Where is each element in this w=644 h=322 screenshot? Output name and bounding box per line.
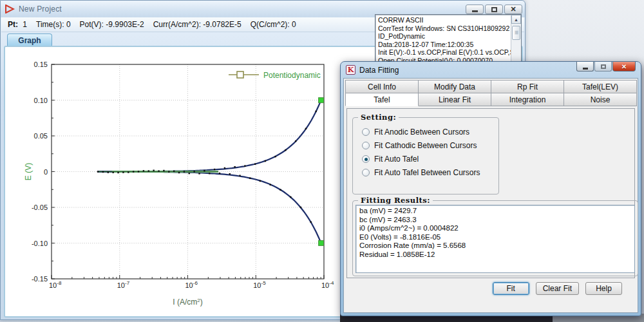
svg-text:I (A/cm2): I (A/cm2)	[173, 298, 202, 307]
svg-text:0.05: 0.05	[34, 132, 48, 140]
svg-text:0.10: 0.10	[34, 97, 48, 104]
svg-text:-0.10: -0.10	[32, 240, 48, 247]
radio-fit-auto-tafel-cursors[interactable]: Fit Auto Tafel Between Cursors	[362, 167, 480, 178]
status-field: Q(C/cm^2): 0	[251, 20, 296, 29]
result-line: E0 (Volts) = -8.1816E-05	[359, 233, 634, 242]
svg-text:10-7: 10-7	[117, 280, 130, 289]
result-line: ba (mV) = 2429.7	[359, 207, 634, 216]
tab-graph[interactable]: Graph	[7, 33, 52, 46]
status-field: Pt: 1	[8, 20, 27, 29]
scroll-up-button[interactable]: ▲	[511, 15, 521, 24]
window-title: New Project	[19, 5, 62, 14]
close-icon: ✕	[510, 6, 516, 13]
tab-modify-data[interactable]: Modify Data	[418, 80, 491, 93]
ascii-output-panel[interactable]: CORRW ASCIICorrTest for Windows: SN CS31…	[375, 14, 522, 62]
svg-text:0.15: 0.15	[34, 61, 48, 68]
status-field: Time(s): 0	[36, 20, 71, 29]
svg-text:Potentiodynamic: Potentiodynamic	[263, 71, 321, 80]
svg-text:-0.05: -0.05	[32, 204, 48, 211]
radio-checked-icon	[362, 155, 370, 163]
dialog-tabs: Cell Info Modify Data Rp Fit Tafel(LEV) …	[345, 80, 636, 106]
ascii-line: Data:2018-12-07 Time:12:00:35	[378, 41, 510, 49]
svg-text:10-6: 10-6	[185, 280, 198, 289]
radio-fit-auto-tafel[interactable]: Fit Auto Tafel	[362, 154, 419, 164]
dialog-maximize-button[interactable]	[594, 62, 612, 71]
fitting-results-groupbox: Fitting Results: ba (mV) = 2429.7bc (mV)…	[352, 200, 638, 276]
radio-icon	[362, 142, 370, 149]
setting-group-label: Setting:	[358, 113, 399, 122]
dialog-content: Cell Info Modify Data Rp Fit Tafel(LEV) …	[343, 78, 638, 313]
fit-button[interactable]: Fit	[493, 282, 529, 295]
svg-text:E (V): E (V)	[24, 163, 33, 180]
ascii-scrollbar[interactable]: ▲ ☰	[511, 15, 521, 61]
result-line: Corrosion Rate (mm/a) = 5.6568	[359, 242, 634, 251]
result-line: bc (mV) = 2463.3	[359, 216, 634, 225]
app-icon	[5, 5, 15, 14]
dialog-button-row: Fit Clear Fit Help	[493, 282, 622, 295]
radio-fit-anodic[interactable]: Fit Anodic Between Cursors	[362, 127, 469, 137]
ascii-line: CorrTest for Windows: SN CS310H1809292	[378, 24, 510, 33]
fitting-results-box[interactable]: ba (mV) = 2429.7bc (mV) = 2463.3i0 (Amps…	[355, 205, 635, 273]
ascii-line: Init E(V):-0.1 vs.OCP,Final E(V):0.1 vs.…	[378, 48, 510, 57]
maximize-button[interactable]	[485, 5, 503, 14]
maximize-icon	[491, 7, 497, 12]
setting-groupbox: Setting: Fit Anodic Between Cursors Fit …	[352, 117, 499, 194]
dialog-minimize-button[interactable]	[576, 62, 594, 71]
close-button[interactable]: ✕	[504, 5, 522, 14]
tab-cell-info[interactable]: Cell Info	[345, 80, 419, 93]
radio-icon	[362, 169, 370, 176]
ascii-line: CORRW ASCII	[378, 16, 510, 24]
svg-text:10-4: 10-4	[321, 280, 334, 289]
dialog-minimize-icon	[583, 68, 588, 70]
svg-text:0: 0	[44, 168, 48, 176]
dialog-close-button[interactable]: ✕	[612, 62, 636, 71]
radio-icon	[362, 128, 370, 136]
fitting-results-label: Fitting Results:	[358, 196, 433, 205]
dialog-close-icon: ✕	[621, 63, 627, 70]
tab-tafel-lev[interactable]: Tafel(LEV)	[564, 80, 637, 93]
grip-icon: ☰	[515, 30, 518, 35]
minimize-icon	[472, 10, 478, 12]
dialog-titlebar[interactable]: K Data Fitting ✕	[341, 62, 641, 78]
tab-rp-fit[interactable]: Rp Fit	[491, 80, 564, 93]
tafel-tab-page: Setting: Fit Anodic Between Cursors Fit …	[346, 108, 635, 278]
radio-fit-cathodic[interactable]: Fit Cathodic Between Cursors	[362, 140, 477, 151]
tab-integration[interactable]: Integration	[491, 93, 564, 106]
tab-noise[interactable]: Noise	[564, 93, 637, 106]
scroll-thumb[interactable]: ☰	[512, 26, 520, 40]
result-line: i0 (Amps/cm^2~) = 0.0004822	[359, 224, 634, 233]
ascii-text: CORRW ASCIICorrTest for Windows: SN CS31…	[378, 16, 510, 62]
status-field: Pot(V): -9.9903E-2	[80, 20, 144, 29]
dialog-title: Data Fitting	[359, 66, 399, 75]
data-fitting-dialog: K Data Fitting ✕ Cell Info Modify Data R…	[340, 61, 641, 316]
result-line: Residual = 1.0858E-12	[359, 251, 634, 260]
tab-linear-fit[interactable]: Linear Fit	[418, 93, 491, 106]
minimize-button[interactable]	[466, 5, 484, 14]
scroll-up-icon: ▲	[514, 17, 518, 22]
dialog-maximize-icon	[601, 64, 606, 69]
ascii-line: ID_PotDynamic	[378, 32, 510, 41]
tab-tafel[interactable]: Tafel	[345, 93, 419, 106]
clear-fit-button[interactable]: Clear Fit	[536, 282, 579, 295]
dialog-app-icon: K	[346, 65, 355, 75]
svg-text:10-8: 10-8	[49, 280, 62, 289]
svg-text:-0.15: -0.15	[32, 275, 48, 283]
svg-text:10-5: 10-5	[253, 280, 266, 289]
help-button[interactable]: Help	[585, 282, 622, 295]
status-field: Curr(A/cm^2): -9.0782E-5	[153, 20, 242, 29]
